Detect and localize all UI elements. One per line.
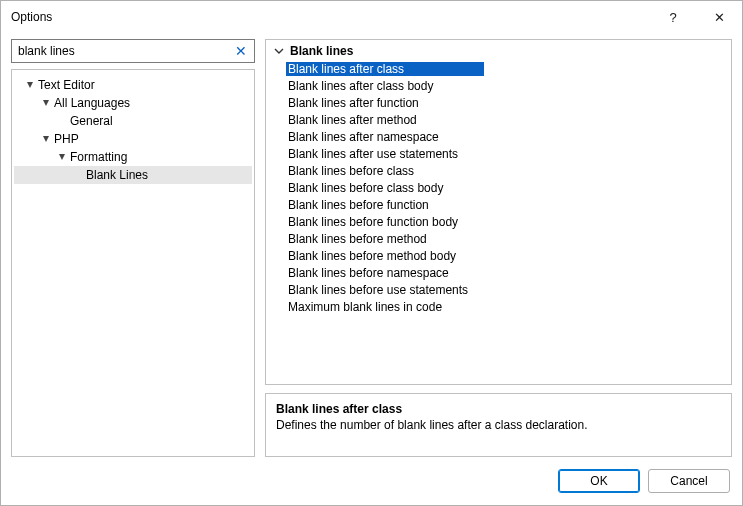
setting-label: Blank lines before namespace	[288, 266, 486, 280]
setting-label: Blank lines after function	[288, 96, 486, 110]
settings-list: Blank lines after classBlank lines after…	[266, 60, 731, 315]
setting-row[interactable]: Blank lines before method body	[266, 247, 731, 264]
tree-item-label: PHP	[54, 132, 79, 146]
help-button[interactable]: ?	[650, 1, 696, 33]
tree-item[interactable]: PHP	[14, 130, 252, 148]
setting-row[interactable]: Blank lines before use statements	[266, 281, 731, 298]
tree-item-label: Blank Lines	[86, 168, 148, 182]
setting-label: Blank lines before function	[288, 198, 486, 212]
setting-label: Blank lines before use statements	[288, 283, 486, 297]
tree-twisty-spacer	[72, 169, 84, 181]
setting-label: Blank lines before method body	[288, 249, 486, 263]
setting-row[interactable]: Blank lines before namespace	[266, 264, 731, 281]
options-dialog: Options ? ✕ ✕ Text EditorAll LanguagesGe…	[0, 0, 743, 506]
setting-label: Blank lines after class body	[288, 79, 486, 93]
setting-row[interactable]: Maximum blank lines in code	[266, 298, 731, 315]
close-button[interactable]: ✕	[696, 1, 742, 33]
setting-row[interactable]: Blank lines after use statements	[266, 145, 731, 162]
expand-collapse-icon[interactable]	[40, 133, 52, 145]
titlebar: Options ? ✕	[1, 1, 742, 33]
tree-item-label: Text Editor	[38, 78, 95, 92]
setting-row[interactable]: Blank lines after method	[266, 111, 731, 128]
setting-label: Blank lines after use statements	[288, 147, 486, 161]
description-text: Defines the number of blank lines after …	[276, 418, 721, 432]
setting-row[interactable]: Blank lines after class body	[266, 77, 731, 94]
setting-label: Blank lines before function body	[288, 215, 486, 229]
setting-row[interactable]: Blank lines before class body	[266, 179, 731, 196]
setting-row[interactable]: Blank lines before function body	[266, 213, 731, 230]
window-title: Options	[11, 10, 650, 24]
tree-item-label: General	[70, 114, 113, 128]
setting-row[interactable]: Blank lines after function	[266, 94, 731, 111]
dialog-body: ✕ Text EditorAll LanguagesGeneralPHPForm…	[1, 33, 742, 457]
tree-item-label: Formatting	[70, 150, 127, 164]
setting-row[interactable]: Blank lines after namespace	[266, 128, 731, 145]
setting-row[interactable]: Blank lines before function	[266, 196, 731, 213]
setting-row[interactable]: Blank lines before method	[266, 230, 731, 247]
tree-item[interactable]: All Languages	[14, 94, 252, 112]
expand-collapse-icon[interactable]	[40, 97, 52, 109]
tree-item[interactable]: Blank Lines	[14, 166, 252, 184]
description-title: Blank lines after class	[276, 402, 721, 416]
cancel-button[interactable]: Cancel	[648, 469, 730, 493]
setting-label: Blank lines after class	[286, 62, 484, 76]
expand-collapse-icon[interactable]	[56, 151, 68, 163]
ok-button[interactable]: OK	[558, 469, 640, 493]
tree-item[interactable]: Formatting	[14, 148, 252, 166]
setting-label: Blank lines after method	[288, 113, 486, 127]
setting-label: Maximum blank lines in code	[288, 300, 486, 314]
tree-item[interactable]: Text Editor	[14, 76, 252, 94]
tree-twisty-spacer	[56, 115, 68, 127]
chevron-down-icon	[272, 44, 286, 58]
setting-row[interactable]: Blank lines after class	[266, 60, 731, 77]
expand-collapse-icon[interactable]	[24, 79, 36, 91]
tree-item[interactable]: General	[14, 112, 252, 130]
description-panel: Blank lines after class Defines the numb…	[265, 393, 732, 457]
close-icon: ✕	[714, 10, 725, 25]
left-column: ✕ Text EditorAll LanguagesGeneralPHPForm…	[11, 39, 255, 457]
setting-label: Blank lines before class	[288, 164, 486, 178]
options-tree[interactable]: Text EditorAll LanguagesGeneralPHPFormat…	[11, 69, 255, 457]
tree-item-label: All Languages	[54, 96, 130, 110]
clear-icon: ✕	[235, 43, 247, 59]
right-column: Blank lines Blank lines after classBlank…	[265, 39, 732, 457]
dialog-footer: OK Cancel	[1, 457, 742, 505]
help-icon: ?	[669, 10, 676, 25]
clear-search-button[interactable]: ✕	[231, 39, 251, 63]
setting-label: Blank lines before method	[288, 232, 486, 246]
search-input[interactable]	[11, 39, 255, 63]
setting-row[interactable]: Blank lines before class	[266, 162, 731, 179]
search-wrap: ✕	[11, 39, 255, 63]
settings-group-label: Blank lines	[290, 44, 353, 58]
settings-panel: Blank lines Blank lines after classBlank…	[265, 39, 732, 385]
setting-label: Blank lines after namespace	[288, 130, 486, 144]
setting-label: Blank lines before class body	[288, 181, 486, 195]
settings-group-header[interactable]: Blank lines	[266, 40, 731, 60]
